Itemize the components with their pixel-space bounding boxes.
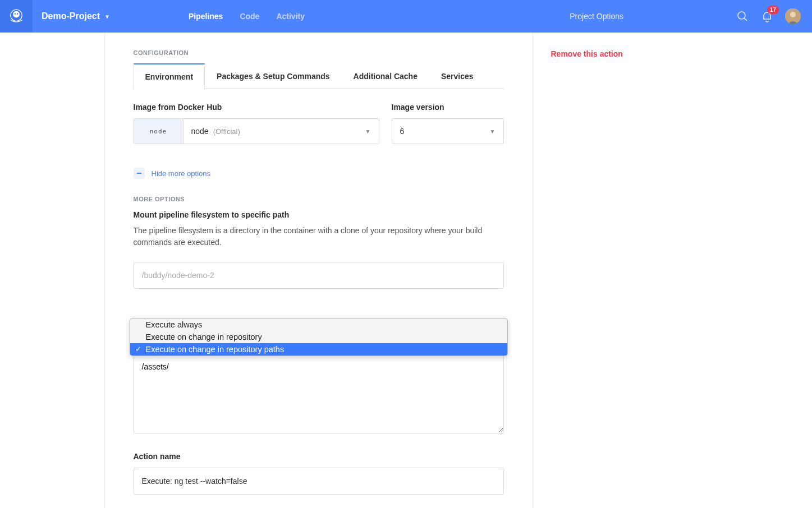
docker-image-label: Image from Docker Hub [134, 103, 379, 112]
image-version-label: Image version [392, 103, 504, 112]
image-version-value: 6 [400, 127, 405, 136]
buddy-logo-icon [7, 7, 26, 26]
action-name-input[interactable] [134, 468, 504, 495]
mount-heading: Mount pipeline filesystem to specific pa… [134, 210, 504, 219]
svg-point-7 [790, 12, 796, 17]
nav-activity[interactable]: Activity [276, 12, 305, 21]
svg-point-2 [15, 13, 16, 15]
trigger-condition-field: Execute always Execute on change in repo… [134, 319, 504, 346]
user-avatar[interactable] [785, 8, 801, 24]
trigger-condition-dropdown: Execute always Execute on change in repo… [130, 318, 508, 356]
hide-more-options-row: Hide more options [134, 168, 504, 179]
trigger-option-on-change[interactable]: Execute on change in repository [130, 331, 507, 343]
tab-environment[interactable]: Environment [134, 63, 205, 89]
logo[interactable] [0, 0, 33, 33]
remove-action-link[interactable]: Remove this action [551, 49, 708, 58]
nav-pipelines[interactable]: Pipelines [189, 12, 223, 21]
search-icon [736, 10, 749, 23]
project-name: Demo-Project [42, 11, 100, 21]
docker-image-name: node [191, 127, 209, 136]
collapse-button[interactable] [134, 168, 145, 179]
svg-line-5 [744, 18, 747, 21]
svg-point-1 [13, 11, 20, 18]
nav-code[interactable]: Code [240, 12, 259, 21]
caret-down-icon: ▼ [365, 128, 371, 135]
app-header: Demo-Project ▼ Pipelines Code Activity P… [0, 0, 812, 33]
mount-path-input[interactable] [134, 262, 504, 289]
nav-right: Project Options 17 [570, 8, 812, 24]
side-panel: Remove this action [533, 33, 708, 508]
project-options-link[interactable]: Project Options [570, 12, 623, 21]
trigger-option-on-paths[interactable]: Execute on change in repository paths [130, 343, 507, 355]
tab-services[interactable]: Services [429, 63, 485, 89]
notifications-button[interactable]: 17 [760, 10, 774, 23]
docker-image-field: Image from Docker Hub node node (Officia… [134, 103, 379, 144]
nav-tabs: Pipelines Code Activity [189, 12, 305, 21]
avatar-icon [785, 8, 801, 24]
svg-point-4 [738, 12, 745, 19]
search-button[interactable] [736, 10, 749, 23]
trigger-option-always[interactable]: Execute always [130, 318, 507, 331]
docker-image-select[interactable]: node node (Official) ▼ [134, 118, 379, 144]
minus-icon [136, 170, 143, 177]
caret-down-icon: ▼ [490, 128, 496, 135]
configuration-label: CONFIGURATION [134, 49, 504, 56]
action-name-label: Action name [134, 452, 504, 461]
svg-point-3 [17, 13, 18, 15]
image-version-select[interactable]: 6 ▼ [392, 118, 504, 144]
project-selector[interactable]: Demo-Project ▼ [42, 11, 110, 21]
config-tabs: Environment Packages & Setup Commands Ad… [134, 63, 504, 89]
mount-description: The pipeline filesystem is a directory i… [134, 225, 504, 248]
docker-image-official: (Official) [213, 127, 240, 136]
repository-paths-input[interactable] [134, 355, 504, 433]
image-version-field: Image version 6 ▼ [392, 103, 504, 144]
notification-badge: 17 [767, 6, 779, 14]
tab-cache[interactable]: Additional Cache [342, 63, 429, 89]
hide-more-options-link[interactable]: Hide more options [152, 169, 211, 178]
chevron-down-icon: ▼ [104, 13, 110, 20]
tab-packages[interactable]: Packages & Setup Commands [205, 63, 342, 89]
node-logo-text: node [150, 128, 167, 135]
more-options-label: MORE OPTIONS [134, 196, 504, 202]
docker-image-logo: node [134, 119, 183, 144]
main-panel: CONFIGURATION Environment Packages & Set… [104, 33, 533, 508]
